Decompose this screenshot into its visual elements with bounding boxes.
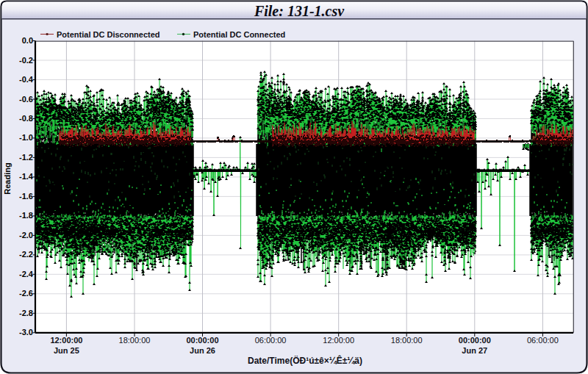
svg-text:Jun 27: Jun 27 [462, 346, 487, 355]
svg-text:-1.4: -1.4 [19, 172, 34, 181]
svg-text:0.0: 0.0 [22, 36, 33, 45]
svg-text:-1.8: -1.8 [19, 211, 33, 220]
svg-text:-2.6: -2.6 [19, 289, 33, 298]
svg-text:-3.0: -3.0 [19, 328, 33, 337]
svg-text:12:00:00: 12:00:00 [323, 336, 354, 345]
svg-text:06:00:00: 06:00:00 [255, 336, 287, 345]
svg-text:18:00:00: 18:00:00 [119, 336, 151, 345]
svg-text:18:00:00: 18:00:00 [391, 336, 423, 345]
svg-text:Jun 25: Jun 25 [54, 346, 79, 355]
svg-text:00:00:00: 00:00:00 [459, 336, 491, 345]
svg-text:-0.8: -0.8 [19, 114, 33, 123]
svg-text:06:00:00: 06:00:00 [527, 336, 559, 345]
svg-text:-1.0: -1.0 [19, 133, 33, 142]
svg-text:File: 131-1.csv: File: 131-1.csv [254, 3, 345, 19]
svg-text:12:00:00: 12:00:00 [50, 336, 82, 345]
svg-text:-1.6: -1.6 [19, 192, 33, 201]
svg-text:-2.8: -2.8 [19, 309, 33, 317]
svg-text:00:00:00: 00:00:00 [186, 336, 218, 345]
svg-text:Potential DC Connected: Potential DC Connected [193, 30, 285, 39]
svg-text:-2.0: -2.0 [19, 231, 33, 240]
svg-text:Reading: Reading [3, 162, 12, 194]
svg-text:Jun 26: Jun 26 [190, 346, 215, 355]
svg-text:-0.4: -0.4 [19, 75, 34, 84]
svg-text:-0.2: -0.2 [19, 56, 33, 65]
svg-text:Potential DC Disconnected: Potential DC Disconnected [57, 30, 160, 39]
svg-text:-2.2: -2.2 [19, 250, 33, 259]
svg-text:-1.2: -1.2 [19, 153, 33, 162]
svg-text:-0.6: -0.6 [19, 95, 33, 104]
svg-text:Date/Time(ÖÐ¹ú±ê×¼Ê±¼ä): Date/Time(ÖÐ¹ú±ê×¼Ê±¼ä) [248, 355, 362, 366]
svg-text:-2.4: -2.4 [19, 270, 34, 278]
